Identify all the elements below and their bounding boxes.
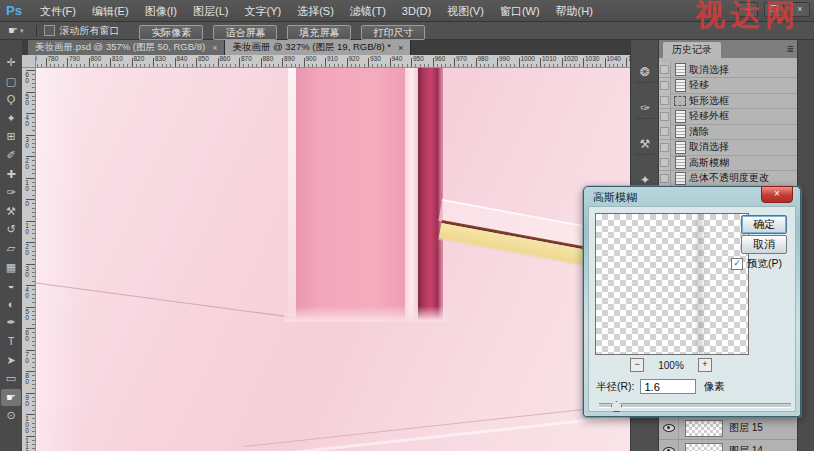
options-button[interactable]: 适合屏幕 (213, 25, 277, 40)
menu-item[interactable]: 图层(L) (185, 5, 236, 17)
history-item[interactable]: 轻移外框 (659, 109, 797, 125)
tab-close-icon[interactable]: × (398, 43, 403, 53)
dialog-content: − 100% + 半径(R): 像素 确定 取消 ✓ 预览(P) (588, 206, 796, 412)
history-source-cell[interactable] (659, 93, 671, 108)
menu-item[interactable]: 文字(Y) (236, 5, 289, 17)
tool-presets-panel-icon[interactable]: ⚒ (635, 134, 655, 155)
eye-icon[interactable] (663, 424, 675, 432)
eyedropper-tool[interactable]: ✐ (1, 147, 21, 164)
menu-item[interactable]: 编辑(E) (84, 5, 137, 17)
quick-select-tool[interactable]: ✦ (1, 110, 21, 127)
history-source-cell[interactable] (659, 140, 671, 155)
menu-item[interactable]: 图像(I) (137, 5, 185, 17)
ruler-minor-tick (157, 64, 158, 67)
preview-checkbox[interactable]: ✓ (731, 258, 743, 270)
type-tool[interactable]: T (1, 333, 21, 350)
hand-tool[interactable]: ☛ (1, 389, 21, 406)
brush-panel-icon[interactable]: ✑ (635, 98, 655, 119)
scroll-all-windows-checkbox[interactable] (44, 25, 55, 36)
layer-thumbnail[interactable] (685, 443, 723, 451)
history-source-cell[interactable] (659, 124, 671, 139)
menu-item[interactable]: 滤镜(T) (342, 5, 394, 17)
history-source-cell[interactable] (659, 78, 671, 93)
canvas[interactable] (36, 68, 630, 451)
tab-history[interactable]: 历史记录 (663, 42, 721, 59)
history-item[interactable]: 矩形选框 (659, 93, 797, 109)
layer-name[interactable]: 图层 15 (729, 421, 763, 435)
layer-name[interactable]: 图层 14 (729, 444, 763, 451)
chevron-down-icon[interactable]: ▾ (20, 27, 24, 35)
marquee-tool[interactable]: ▢ (1, 73, 21, 90)
navigator-panel-icon[interactable]: ❂ (635, 62, 655, 83)
ruler-minor-tick (32, 354, 35, 355)
hand-tool-icon[interactable]: ☛ (8, 24, 18, 37)
ruler-minor-tick (179, 64, 180, 67)
ruler-tick (325, 58, 326, 67)
layer-thumbnail[interactable] (685, 420, 723, 437)
crop-tool[interactable]: ⊞ (1, 128, 21, 145)
doc-glyph (675, 141, 686, 154)
zoom-tool[interactable]: ⊙ (1, 407, 21, 424)
history-item[interactable]: 轻移 (659, 78, 797, 94)
layer-row[interactable]: 图层 14 (659, 440, 797, 451)
visibility-cell[interactable] (659, 440, 679, 451)
history-item[interactable]: 取消选择 (659, 62, 797, 78)
ruler-minor-tick (308, 64, 309, 67)
healing-brush-tool[interactable]: ✚ (1, 166, 21, 183)
menu-item[interactable]: 窗口(W) (492, 5, 548, 17)
ruler-minor-tick (32, 272, 35, 273)
layer-row[interactable]: 图层 15 (659, 417, 797, 440)
menu-item[interactable]: 视图(V) (439, 5, 492, 17)
dialog-close-button[interactable]: × (761, 186, 793, 203)
radius-slider-thumb[interactable] (611, 401, 622, 412)
history-item[interactable]: 清除 (659, 124, 797, 140)
blur-preview-box[interactable] (595, 213, 749, 355)
blur-tool[interactable]: ◒ (1, 277, 21, 294)
history-brush-tool[interactable]: ↺ (1, 221, 21, 238)
path-select-tool[interactable]: ➤ (1, 352, 21, 369)
ruler-minor-tick (295, 64, 296, 67)
document-tab[interactable]: 美妆画册 @ 327% (图层 19, RGB/8) *× (225, 40, 411, 55)
options-button[interactable]: 打印尺寸 (361, 25, 425, 40)
ruler-minor-tick (187, 64, 188, 67)
options-button[interactable]: 实际像素 (139, 25, 203, 40)
options-button[interactable]: 填充屏幕 (287, 25, 351, 40)
ruler-minor-tick (32, 130, 35, 131)
move-tool[interactable]: ✛ (1, 54, 21, 71)
doc-glyph (675, 156, 686, 169)
cancel-button[interactable]: 取消 (741, 235, 787, 254)
history-item[interactable]: 总体不透明度更改 (659, 171, 797, 187)
clone-stamp-tool[interactable]: ⚒ (1, 203, 21, 220)
menu-item[interactable]: 文件(F) (32, 5, 84, 17)
ruler-minor-tick (76, 64, 77, 67)
ruler-tick (196, 58, 197, 67)
history-source-cell[interactable] (659, 62, 671, 77)
panel-menu-icon[interactable]: ≣ (786, 44, 794, 54)
history-item[interactable]: 取消选择 (659, 140, 797, 156)
tab-close-icon[interactable]: × (212, 43, 217, 53)
menu-item[interactable]: 选择(S) (289, 5, 342, 17)
dodge-tool[interactable]: ◐ (1, 296, 21, 313)
ruler-minor-tick (32, 345, 35, 346)
brush-tool[interactable]: ✑ (1, 184, 21, 201)
lasso-tool[interactable]: Ϙ (1, 91, 21, 108)
zoom-in-button[interactable]: + (698, 358, 712, 372)
zoom-out-button[interactable]: − (630, 358, 644, 372)
visibility-cell[interactable] (659, 417, 679, 439)
pen-tool[interactable]: ✒ (1, 314, 21, 331)
history-source-cell[interactable] (659, 109, 671, 124)
radius-input[interactable] (640, 379, 696, 394)
radius-slider-track[interactable] (599, 403, 791, 408)
document-tab[interactable]: 美妆画册.psd @ 357% (图层 50, RGB/8)× (28, 40, 225, 55)
eraser-tool[interactable]: ▱ (1, 240, 21, 257)
ok-button[interactable]: 确定 (741, 215, 787, 234)
menu-item[interactable]: 3D(D) (394, 5, 439, 17)
history-item[interactable]: 高斯模糊 (659, 155, 797, 171)
menu-item[interactable]: 帮助(H) (548, 5, 601, 17)
history-source-cell[interactable] (659, 171, 671, 186)
eye-icon[interactable] (663, 447, 675, 451)
ruler-label: 950 (413, 55, 424, 62)
shape-tool[interactable]: ▭ (1, 370, 21, 387)
history-source-cell[interactable] (659, 155, 671, 170)
gradient-tool[interactable]: ▦ (1, 259, 21, 276)
